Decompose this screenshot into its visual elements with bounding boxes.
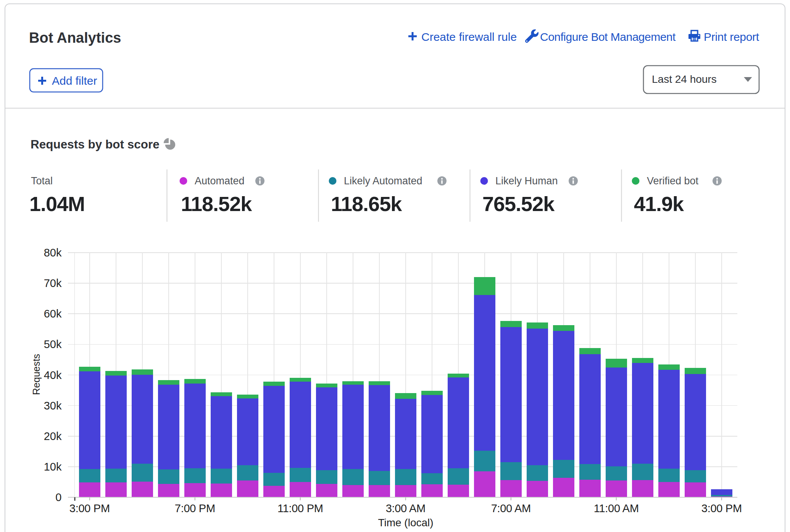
svg-text:Automated: Automated — [195, 175, 245, 187]
svg-text:10k: 10k — [44, 461, 62, 473]
svg-text:Add filter: Add filter — [52, 74, 97, 87]
svg-text:11:00 PM: 11:00 PM — [277, 502, 323, 514]
svg-text:0: 0 — [55, 491, 61, 503]
svg-text:Requests by bot score: Requests by bot score — [31, 137, 160, 151]
svg-text:50k: 50k — [44, 338, 62, 350]
svg-text:118.52k: 118.52k — [181, 192, 252, 215]
svg-text:1.04M: 1.04M — [29, 192, 85, 215]
svg-text:Likely Human: Likely Human — [495, 175, 558, 187]
svg-text:70k: 70k — [44, 277, 62, 289]
svg-text:11:00 AM: 11:00 AM — [594, 502, 639, 514]
svg-text:Configure Bot Management: Configure Bot Management — [540, 31, 676, 43]
svg-text:41.9k: 41.9k — [634, 192, 684, 215]
svg-text:Likely Automated: Likely Automated — [344, 175, 422, 187]
svg-text:40k: 40k — [44, 369, 62, 381]
svg-text:Create firewall rule: Create firewall rule — [421, 31, 517, 43]
svg-text:7:00 AM: 7:00 AM — [491, 502, 531, 514]
svg-text:765.52k: 765.52k — [482, 192, 555, 215]
svg-text:Verified bot: Verified bot — [647, 175, 699, 187]
svg-text:3:00 PM: 3:00 PM — [69, 502, 110, 514]
svg-text:118.65k: 118.65k — [331, 192, 402, 215]
svg-text:3:00 AM: 3:00 AM — [386, 502, 426, 514]
svg-text:30k: 30k — [44, 400, 62, 412]
svg-text:Total: Total — [31, 175, 53, 187]
svg-text:80k: 80k — [44, 247, 62, 259]
svg-text:Requests: Requests — [31, 354, 42, 395]
svg-text:3:00 PM: 3:00 PM — [701, 502, 742, 514]
svg-text:Last 24 hours: Last 24 hours — [652, 73, 717, 85]
svg-text:20k: 20k — [44, 430, 62, 442]
svg-text:7:00 PM: 7:00 PM — [175, 502, 215, 514]
svg-text:Time (local): Time (local) — [378, 517, 433, 529]
svg-text:Bot Analytics: Bot Analytics — [29, 30, 121, 46]
svg-text:Print report: Print report — [704, 31, 759, 43]
svg-text:60k: 60k — [44, 308, 62, 320]
